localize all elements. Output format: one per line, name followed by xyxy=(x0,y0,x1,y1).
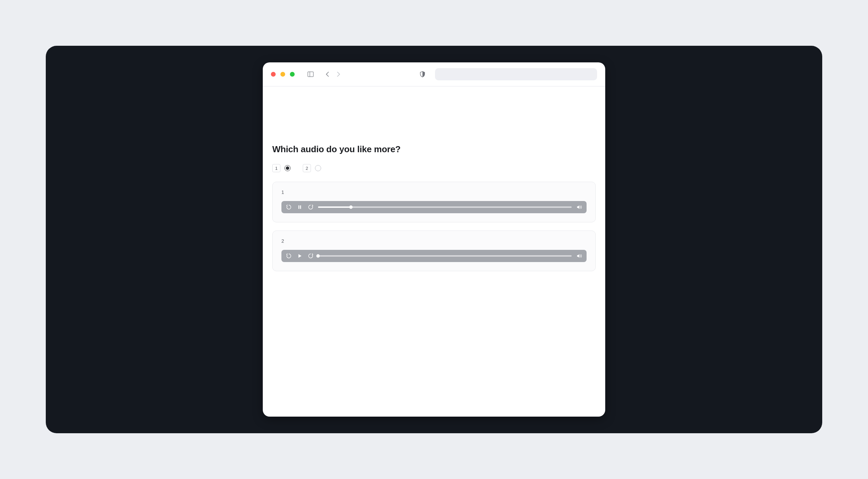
svg-marker-4 xyxy=(298,254,301,258)
page-content: Which audio do you like more? 1 2 1 xyxy=(263,86,605,285)
audio-card-1: 1 xyxy=(272,182,596,222)
close-window-button[interactable] xyxy=(271,72,276,77)
audio-player-2 xyxy=(281,250,587,262)
svg-rect-3 xyxy=(300,205,301,209)
choice-key-1: 1 xyxy=(272,164,280,172)
choice-option-2[interactable]: 2 xyxy=(303,164,321,172)
volume-icon[interactable] xyxy=(576,204,583,211)
pause-icon[interactable] xyxy=(296,204,303,211)
sidebar-toggle-icon[interactable] xyxy=(307,71,314,78)
progress-track-1[interactable] xyxy=(318,206,572,208)
rewind-icon[interactable] xyxy=(285,253,292,259)
choice-radio-2[interactable] xyxy=(315,165,321,171)
back-button[interactable] xyxy=(324,71,331,78)
browser-titlebar xyxy=(263,62,605,86)
maximize-window-button[interactable] xyxy=(290,72,295,77)
choice-radio-1[interactable] xyxy=(284,165,291,171)
progress-track-2[interactable] xyxy=(318,255,572,257)
choice-key-2: 2 xyxy=(303,164,311,172)
audio-card-2: 2 xyxy=(272,231,596,271)
svg-rect-2 xyxy=(298,205,299,209)
minimize-window-button[interactable] xyxy=(280,72,285,77)
nav-arrows xyxy=(324,71,342,78)
fastforward-icon[interactable] xyxy=(307,204,314,211)
choice-option-1[interactable]: 1 xyxy=(272,164,291,172)
address-bar[interactable] xyxy=(435,68,597,80)
fastforward-icon[interactable] xyxy=(307,253,314,259)
play-icon[interactable] xyxy=(296,253,303,259)
shield-icon[interactable] xyxy=(419,71,426,78)
audio-card-1-label: 1 xyxy=(281,189,587,195)
forward-button[interactable] xyxy=(335,71,342,78)
question-heading: Which audio do you like more? xyxy=(272,144,596,155)
rewind-icon[interactable] xyxy=(285,204,292,211)
volume-icon[interactable] xyxy=(576,253,583,259)
audio-card-2-label: 2 xyxy=(281,238,587,244)
svg-rect-0 xyxy=(308,72,314,77)
choice-row: 1 2 xyxy=(272,164,596,172)
browser-window: Which audio do you like more? 1 2 1 xyxy=(263,62,605,417)
dark-stage: Which audio do you like more? 1 2 1 xyxy=(46,46,822,433)
audio-player-1 xyxy=(281,201,587,213)
window-controls xyxy=(271,72,295,77)
